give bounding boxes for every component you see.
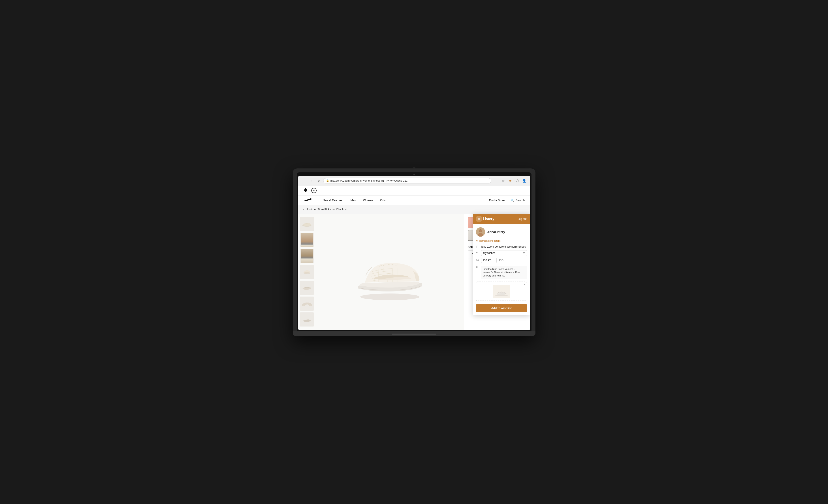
reload-button[interactable]: ↻: [316, 178, 322, 184]
product-title-row: T Nike Zoom Vomero 5 Women's Shoes: [476, 244, 527, 248]
thumbnail-6[interactable]: [300, 296, 314, 311]
url-display: nike.com/t/zoom-vomero-5-womens-shoes-81…: [330, 179, 408, 182]
add-to-wishlist-button[interactable]: Add to wishlist: [476, 304, 527, 312]
thumbnail-4[interactable]: [300, 265, 314, 279]
account-icon[interactable]: 👤: [521, 178, 528, 184]
screen-bezel: ← → ↻ 🔒 nike.com/t/zoom-vomero-5-womens-…: [297, 172, 532, 331]
address-bar[interactable]: 🔒 nike.com/t/zoom-vomero-5-womens-shoes-…: [323, 178, 491, 183]
find-store-link[interactable]: Find a Store: [485, 195, 508, 205]
promo-bar: ‹ Look for Store Pickup at Checkout: [298, 205, 530, 214]
search-label: Search: [515, 199, 525, 202]
currency-label: USD: [498, 259, 503, 262]
description-content: Find the Nike Zoom Vomero 5 Women's Shoe…: [481, 265, 527, 279]
product-title-text: Nike Zoom Vomero 5 Women's Shoes: [481, 245, 526, 248]
extensions-icon[interactable]: ★: [507, 178, 513, 184]
thumbnail-5[interactable]: [300, 281, 314, 295]
list-icon: ≡: [476, 251, 480, 254]
svg-point-3: [303, 272, 310, 274]
user-avatar: [476, 227, 485, 237]
listery-header: Listery Log out: [473, 214, 530, 224]
profile-icon[interactable]: ⬡: [514, 178, 521, 184]
listery-title: Listery: [483, 217, 494, 221]
jumpman-logo: [303, 188, 308, 193]
refresh-icon: ↻: [476, 239, 478, 242]
svg-point-10: [478, 233, 483, 237]
forward-button[interactable]: →: [308, 178, 314, 184]
main-content: Select Size Size Guide 5 5.5 6 6.5 7: [298, 214, 530, 330]
svg-point-9: [479, 230, 482, 232]
site-nav: New & Featured Men Women Kids ... Find a…: [298, 195, 530, 205]
nav-right: Find a Store 🔍 Search: [485, 195, 525, 205]
laptop-container: ← → ↻ 🔒 nike.com/t/zoom-vomero-5-womens-…: [293, 169, 535, 336]
description-icon: ≡: [476, 265, 480, 269]
nav-item-kids[interactable]: Kids: [376, 195, 389, 205]
screen-inner: ← → ↻ 🔒 nike.com/t/zoom-vomero-5-womens-…: [298, 176, 530, 330]
nike-logo: [303, 197, 313, 203]
wishlist-select[interactable]: My wishes Wish list 2 Add new list: [481, 250, 527, 256]
nav-item-more[interactable]: ...: [389, 195, 399, 205]
browser-chrome: ← → ↻ 🔒 nike.com/t/zoom-vomero-5-womens-…: [298, 176, 530, 186]
close-image-button[interactable]: ×: [524, 283, 526, 286]
listery-popup: Listery Log out: [473, 214, 530, 315]
shoe-main-image-area: [316, 214, 464, 330]
user-row: AnnaListery: [476, 227, 527, 237]
wishlist-row: ≡ My wishes Wish list 2 Add new list: [476, 250, 527, 256]
thumbnail-sidebar: [298, 214, 316, 330]
laptop-notch: [392, 333, 436, 335]
text-format-icon: T: [476, 245, 480, 248]
back-button[interactable]: ←: [301, 178, 306, 184]
price-tag-icon: 🏷: [476, 258, 480, 262]
thumbnail-1[interactable]: [300, 217, 314, 231]
nav-item-women[interactable]: Women: [360, 195, 377, 205]
description-text: Find the Nike Zoom Vomero 5 Women's Shoe…: [481, 266, 527, 279]
image-preview-area: ×: [476, 281, 527, 301]
nav-item-men[interactable]: Men: [347, 195, 360, 205]
price-row: 🏷 USD: [476, 258, 527, 263]
bookmark-icon[interactable]: ☆: [500, 178, 506, 184]
listery-logo: Listery: [476, 216, 494, 222]
shoe-main-illustration: [343, 239, 436, 305]
price-inputs: USD: [481, 258, 503, 263]
site-topbar: ★: [298, 186, 530, 195]
svg-point-4: [360, 293, 419, 300]
thumbnail-7[interactable]: [300, 312, 314, 326]
promo-text: Look for Store Pickup at Checkout: [307, 208, 347, 211]
refresh-label: Refresh item details: [479, 239, 501, 242]
nav-items: New & Featured Men Women Kids ...: [319, 195, 486, 205]
user-name: AnnaListery: [487, 230, 505, 234]
product-title-field: Nike Zoom Vomero 5 Women's Shoes: [481, 244, 527, 248]
nav-item-new-featured[interactable]: New & Featured: [319, 195, 347, 205]
security-lock-icon: 🔒: [326, 179, 329, 182]
converse-logo: ★: [311, 188, 317, 193]
thumbnail-3[interactable]: [300, 249, 314, 263]
camera-notch: [413, 167, 415, 169]
laptop-base: [293, 331, 535, 336]
wishlist-select-wrapper: My wishes Wish list 2 Add new list: [481, 250, 527, 256]
description-row: ≡ Find the Nike Zoom Vomero 5 Women's Sh…: [476, 265, 527, 279]
camera-dot: [413, 174, 415, 175]
listery-body: AnnaListery ↻ Refresh item details T: [473, 224, 530, 315]
cast-icon[interactable]: ⊡: [493, 178, 499, 184]
logout-button[interactable]: Log out: [518, 217, 527, 221]
listery-logo-icon: [476, 216, 482, 222]
laptop-screen: ← → ↻ 🔒 nike.com/t/zoom-vomero-5-womens-…: [298, 176, 530, 330]
shoe-preview-image: [493, 285, 510, 298]
search-area[interactable]: 🔍 Search: [511, 199, 525, 202]
thumbnail-2[interactable]: [300, 233, 314, 247]
refresh-row[interactable]: ↻ Refresh item details: [476, 239, 527, 242]
browser-toolbar-icons: ⊡ ☆ ★ ⬡ 👤: [493, 178, 528, 184]
price-input[interactable]: [481, 258, 497, 263]
promo-arrow-left[interactable]: ‹: [303, 208, 304, 212]
search-icon: 🔍: [511, 199, 514, 202]
